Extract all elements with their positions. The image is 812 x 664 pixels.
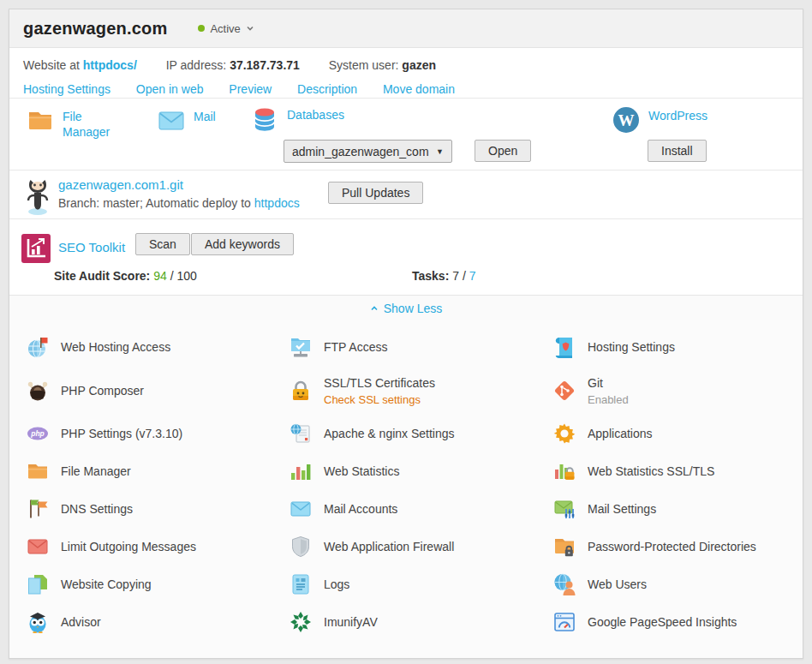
tool-label: Web Users: [588, 577, 647, 591]
tool-mail-settings[interactable]: Mail Settings: [536, 490, 803, 528]
ftp-access-icon: [290, 336, 312, 358]
add-keywords-button[interactable]: Add keywords: [191, 233, 294, 255]
tool-label: SSL/TLS Certificates: [324, 376, 435, 390]
databases-label: Databases: [287, 108, 344, 122]
mail-label: Mail: [194, 110, 216, 123]
site-audit-score-label: Site Audit Score:: [54, 269, 150, 283]
domain-info-line: Website at httpdocs/ IP address: 37.187.…: [23, 58, 789, 72]
tool-dns-settings[interactable]: DNS Settings: [9, 490, 272, 528]
database-icon: [251, 105, 278, 133]
github-octocat-icon: [21, 175, 54, 216]
tool-label: Mail Settings: [588, 502, 656, 516]
tool-label: Hosting Settings: [588, 340, 675, 354]
apache-nginx-icon: [290, 422, 312, 445]
tool-ssl-tls-certificates[interactable]: SSL/TLS Certificates Check SSL settings: [272, 366, 536, 415]
tool-php-composer[interactable]: PHP Composer: [9, 366, 272, 415]
gear-icon: [553, 422, 576, 445]
site-audit-score: Site Audit Score: 94 / 100: [54, 269, 197, 283]
domain-titlebar: gazenwagen.com Active: [9, 9, 803, 48]
tool-ftp-access[interactable]: FTP Access: [272, 328, 536, 366]
hosting-settings-link[interactable]: Hosting Settings: [23, 82, 110, 96]
tool-web-statistics-ssl-tls[interactable]: Web Statistics SSL/TLS: [536, 452, 803, 490]
ip-value: 37.187.73.71: [230, 58, 300, 72]
tasks-label: Tasks:: [412, 269, 449, 283]
tool-logs[interactable]: Logs: [272, 565, 536, 603]
tool-website-copying[interactable]: Website Copying: [9, 565, 272, 603]
file-manager-label: File Manager: [63, 110, 116, 140]
tool-label: Applications: [588, 427, 653, 440]
tool-label: Advisor: [61, 615, 101, 629]
git-repo-link[interactable]: gazenwagen.com1.git: [58, 177, 183, 192]
tool-mail-accounts[interactable]: Mail Accounts: [272, 490, 536, 528]
folder-icon: [27, 460, 49, 482]
tool-label: Apache & nginx Settings: [324, 427, 455, 440]
shield-icon: [290, 535, 312, 558]
tool-label: Web Statistics SSL/TLS: [588, 464, 714, 478]
open-database-button[interactable]: Open: [475, 140, 531, 162]
tool-apache-nginx-settings[interactable]: Apache & nginx Settings: [272, 415, 536, 452]
tool-web-hosting-access[interactable]: Web Hosting Access: [9, 328, 272, 366]
tool-advisor[interactable]: Advisor: [9, 603, 272, 641]
tool-limit-outgoing-messages[interactable]: Limit Outgoing Messages: [9, 528, 272, 565]
database-select-value: admin_gazenwagen_com: [292, 145, 429, 159]
status-dropdown[interactable]: Active: [198, 22, 254, 35]
copy-pages-icon: [27, 573, 49, 595]
git-icon: [553, 380, 576, 402]
bar-chart-icon: [290, 460, 312, 482]
preview-link[interactable]: Preview: [229, 82, 272, 96]
seo-toolkit-link[interactable]: SEO Toolkit: [58, 240, 125, 254]
tool-label: Web Hosting Access: [61, 340, 170, 354]
tool-web-users[interactable]: Web Users: [536, 565, 803, 603]
tool-label: Logs: [324, 577, 349, 591]
tool-imunifyav[interactable]: ImunifyAV: [272, 603, 536, 641]
check-ssl-settings-link[interactable]: Check SSL settings: [324, 393, 435, 406]
hosting-settings-icon: [553, 336, 576, 358]
ssl-certificate-lock-icon: [290, 380, 312, 402]
git-deploy-target-link[interactable]: httpdocs: [254, 196, 300, 210]
open-in-web-link[interactable]: Open in web: [136, 82, 204, 96]
show-less-toggle[interactable]: Show Less: [9, 295, 803, 320]
active-status-dot-icon: [198, 25, 205, 32]
tool-web-statistics[interactable]: Web Statistics: [272, 452, 536, 490]
tool-google-pagespeed-insights[interactable]: Google PageSpeed Insights: [536, 603, 803, 641]
tool-file-manager[interactable]: File Manager: [9, 452, 272, 490]
mail-icon: [158, 107, 185, 135]
wordpress-shortcut[interactable]: W WordPress: [612, 106, 708, 134]
pull-updates-button[interactable]: Pull Updates: [328, 182, 423, 204]
move-domain-link[interactable]: Move domain: [383, 82, 455, 96]
tool-hosting-settings[interactable]: Hosting Settings: [536, 328, 803, 366]
tool-label: Website Copying: [61, 577, 152, 591]
tasks-done-value: 7 /: [452, 269, 466, 283]
red-mail-icon: [27, 535, 49, 558]
ip-label: IP address:: [166, 58, 227, 72]
git-info: gazenwagen.com1.git Branch: master; Auto…: [58, 177, 300, 210]
seo-toolkit-section: SEO Toolkit Scan Add keywords Site Audit…: [9, 218, 803, 295]
tool-git[interactable]: Git Enabled: [536, 366, 803, 415]
seo-scan-button[interactable]: Scan: [135, 233, 190, 255]
databases-shortcut[interactable]: Databases: [251, 105, 344, 133]
domain-action-links: Hosting Settings Open in web Preview Des…: [23, 82, 789, 96]
mail-shortcut[interactable]: Mail: [158, 107, 216, 135]
file-manager-shortcut[interactable]: File Manager: [27, 107, 116, 140]
tool-label: FTP Access: [324, 340, 387, 354]
database-select[interactable]: admin_gazenwagen_com ▼: [284, 140, 452, 163]
imunifyav-icon: [290, 611, 312, 633]
httpdocs-link[interactable]: httpdocs/: [83, 58, 137, 72]
tasks-total-link[interactable]: 7: [469, 269, 476, 283]
svg-text:W: W: [618, 111, 635, 129]
folder-lock-icon: [553, 535, 576, 558]
system-user-label: System user:: [329, 58, 399, 72]
tool-label: Google PageSpeed Insights: [588, 615, 737, 629]
git-enabled-status: Enabled: [588, 393, 629, 406]
git-branch-text: Branch: master; Automatic deploy to: [58, 196, 251, 210]
domain-info: Website at httpdocs/ IP address: 37.187.…: [9, 48, 803, 98]
tool-php-settings[interactable]: php PHP Settings (v7.3.10): [9, 415, 272, 452]
install-wordpress-button[interactable]: Install: [648, 140, 707, 162]
chevron-up-icon: [370, 304, 379, 313]
description-link[interactable]: Description: [297, 82, 357, 96]
tool-label: ImunifyAV: [324, 615, 378, 629]
tool-web-application-firewall[interactable]: Web Application Firewall: [272, 528, 536, 565]
tool-password-protected-directories[interactable]: Password-Protected Directories: [536, 528, 803, 565]
tool-applications[interactable]: Applications: [536, 415, 803, 452]
pagespeed-gauge-icon: [553, 611, 576, 633]
